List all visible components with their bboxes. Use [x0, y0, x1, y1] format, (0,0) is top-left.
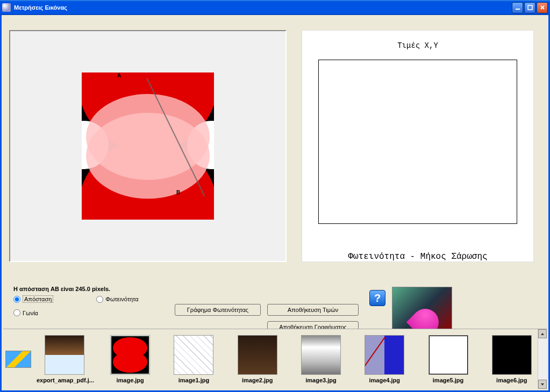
scroll-track[interactable] — [538, 338, 547, 380]
radio-brightness[interactable]: Φωτεινότητα — [96, 295, 138, 303]
radio-angle-label: Γωνία — [23, 310, 38, 316]
svg-rect-0 — [516, 9, 520, 10]
app-body: A B Τιμές X,Y Φωτεινότητα - Μήκος Σάρωση… — [0, 15, 550, 392]
radio-distance[interactable]: Απόσταση — [13, 295, 53, 303]
minimize-icon — [515, 5, 520, 10]
radio-brightness-label: Φωτεινότητα — [105, 296, 138, 302]
current-image[interactable]: A B — [82, 72, 214, 220]
measurement-mode-group: Απόσταση Φωτεινότητα Γωνία — [13, 295, 175, 316]
radio-brightness-input[interactable] — [96, 296, 103, 303]
help-button[interactable]: ? — [369, 290, 385, 306]
chart-title: Τιμές X,Y — [397, 41, 438, 50]
close-icon — [540, 5, 545, 10]
thumbnail[interactable]: image.jpg — [104, 335, 156, 383]
minimize-button[interactable] — [512, 2, 523, 13]
chart-area — [318, 60, 517, 224]
save-values-button[interactable]: Αποθήκευση Τιμών — [267, 304, 359, 316]
thumbnail[interactable]: image2.jpg — [232, 335, 283, 383]
scroll-down-button[interactable] — [538, 380, 547, 389]
radio-distance-label: Απόσταση — [23, 295, 53, 303]
chevron-down-icon — [540, 382, 545, 387]
thumbnail-label: image.jpg — [104, 377, 156, 383]
radio-angle[interactable]: Γωνία — [13, 309, 38, 316]
thumbnail-label: image1.jpg — [168, 377, 219, 383]
point-b-label: B — [176, 190, 180, 195]
radio-angle-input[interactable] — [13, 309, 20, 316]
thumbnail-label: image4.jpg — [359, 377, 410, 383]
help-icon: ? — [374, 292, 381, 304]
thumbnail[interactable]: image4.jpg — [359, 335, 410, 383]
thumbnail-label: export_amap_pdf.j... — [37, 377, 92, 383]
maximize-button[interactable] — [524, 2, 535, 13]
svg-rect-1 — [528, 5, 532, 10]
chart-panel: Τιμές X,Y Φωτεινότητα - Μήκος Σάρωσης — [302, 30, 534, 262]
close-button[interactable] — [537, 2, 548, 13]
chevron-up-icon — [540, 332, 545, 336]
chart-xlabel: Φωτεινότητα - Μήκος Σάρωσης — [348, 252, 487, 262]
thumbnail-label: image5.jpg — [422, 377, 474, 383]
scroll-up-button[interactable] — [538, 329, 547, 338]
brightness-graph-button[interactable]: Γράφημα Φωτεινότητας — [175, 304, 261, 316]
thumbnail-scrollbar[interactable] — [538, 329, 547, 389]
svg-marker-4 — [541, 333, 544, 335]
maximize-icon — [527, 5, 533, 10]
status-text: Η απόσταση AB είναι 245.0 pixels. — [13, 286, 541, 292]
thumbnail-label: image3.jpg — [295, 377, 347, 383]
thumbnail-label: image6.jpg — [486, 377, 538, 383]
image-panel[interactable]: A B — [9, 30, 287, 262]
thumbnail-strip: export_amap_pdf.j... image.jpg image1.jp… — [3, 329, 547, 389]
window-title: Μετρήσεις Εικόνας — [14, 4, 511, 11]
thumbnail-row: export_amap_pdf.j... image.jpg image1.jp… — [33, 335, 538, 383]
thumbnail-label: image2.jpg — [232, 377, 283, 383]
controls-area: Η απόσταση AB είναι 245.0 pixels. Απόστα… — [9, 282, 541, 334]
title-bar: Μετρήσεις Εικόνας — [0, 0, 550, 15]
svg-marker-5 — [541, 383, 544, 386]
point-a-label: A — [117, 72, 121, 78]
edit-icon[interactable] — [5, 351, 31, 368]
thumbnail[interactable]: image1.jpg — [168, 335, 219, 383]
thumbnail[interactable]: image3.jpg — [295, 335, 347, 383]
thumbnail[interactable]: image6.jpg — [486, 335, 538, 383]
radio-distance-input[interactable] — [13, 296, 20, 303]
upper-panels: A B Τιμές X,Y Φωτεινότητα - Μήκος Σάρωση… — [9, 30, 534, 262]
thumbnail[interactable]: image5.jpg — [422, 335, 474, 383]
java-icon — [2, 3, 11, 12]
thumbnail[interactable]: export_amap_pdf.j... — [37, 335, 92, 383]
